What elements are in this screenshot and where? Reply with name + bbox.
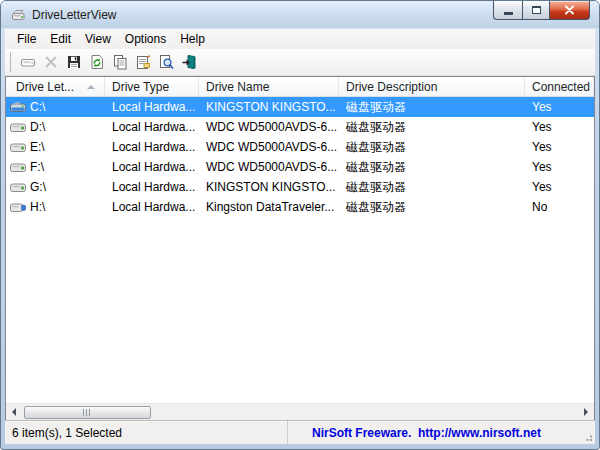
drive-description-cell: 磁盘驱动器 xyxy=(339,97,525,117)
app-window: DriveLetterView File Edit View Options H… xyxy=(0,0,600,450)
status-bar: 6 item(s), 1 Selected NirSoft Freeware. … xyxy=(5,420,595,444)
connected-cell: No xyxy=(525,197,594,217)
scroll-right-button[interactable] xyxy=(578,404,594,420)
drive-description-cell: 磁盘驱动器 xyxy=(339,197,525,217)
table-row[interactable]: G:\ Local Hardwa... KINGSTON KINGSTO... … xyxy=(6,177,594,197)
change-drive-letter-button[interactable] xyxy=(16,51,39,73)
delete-button[interactable] xyxy=(39,51,62,73)
drive-letter-cell: F:\ xyxy=(30,160,44,174)
refresh-icon xyxy=(89,54,105,70)
column-header-drive-letter[interactable]: Drive Let... xyxy=(6,77,105,96)
scroll-left-button[interactable] xyxy=(6,404,22,420)
title-bar[interactable]: DriveLetterView xyxy=(1,1,599,28)
table-row[interactable]: F:\ Local Hardwa... WDC WD5000AVDS-6... … xyxy=(6,157,594,177)
column-header-drive-name[interactable]: Drive Name xyxy=(199,77,339,96)
drive-letter-cell: H:\ xyxy=(30,200,45,214)
drive-icon xyxy=(10,181,26,194)
sort-ascending-icon xyxy=(87,85,95,89)
drive-type-cell: Local Hardwa... xyxy=(105,117,199,137)
drive-icon xyxy=(10,161,26,174)
menu-view[interactable]: View xyxy=(78,30,118,48)
drive-type-cell: Local Hardwa... xyxy=(105,97,199,117)
table-row[interactable]: C:\ Local Hardwa... KINGSTON KINGSTO... … xyxy=(6,97,594,117)
table-row[interactable]: H:\ Local Hardwa... Kingston DataTravele… xyxy=(6,197,594,217)
scrollbar-grip-icon xyxy=(83,409,92,416)
drive-description-cell: 磁盘驱动器 xyxy=(339,117,525,137)
properties-icon xyxy=(135,54,151,70)
drive-letter-app-icon xyxy=(10,7,26,23)
status-right-pane: NirSoft Freeware. http://www.nirsoft.net xyxy=(288,421,595,444)
status-selection-count: 6 item(s), 1 Selected xyxy=(5,421,288,444)
horizontal-scrollbar[interactable] xyxy=(6,403,594,420)
table-row[interactable]: E:\ Local Hardwa... WDC WD5000AVDS-6... … xyxy=(6,137,594,157)
window-title: DriveLetterView xyxy=(32,8,116,22)
exit-button[interactable] xyxy=(177,51,200,73)
list-body: C:\ Local Hardwa... KINGSTON KINGSTO... … xyxy=(6,97,594,217)
drive-description-cell: 磁盘驱动器 xyxy=(339,137,525,157)
scrollbar-thumb[interactable] xyxy=(24,406,151,419)
maximize-icon xyxy=(532,6,541,14)
drive-type-cell: Local Hardwa... xyxy=(105,197,199,217)
drive-name-cell: KINGSTON KINGSTO... xyxy=(199,177,339,197)
exit-door-icon xyxy=(181,54,197,70)
table-row[interactable]: D:\ Local Hardwa... WDC WD5000AVDS-6... … xyxy=(6,117,594,137)
connected-cell: Yes xyxy=(525,97,594,117)
copy-icon xyxy=(112,54,128,70)
drive-name-cell: WDC WD5000AVDS-6... xyxy=(199,137,339,157)
close-icon xyxy=(564,5,575,15)
drive-letter-cell: D:\ xyxy=(30,120,45,134)
minimize-button[interactable] xyxy=(493,1,522,20)
resize-grip[interactable] xyxy=(583,432,593,442)
drive-icon xyxy=(10,101,26,114)
save-icon xyxy=(66,54,82,70)
list-header: Drive Let... Drive Type Drive Name Drive… xyxy=(6,77,594,97)
close-button[interactable] xyxy=(550,1,590,20)
menu-file[interactable]: File xyxy=(10,30,43,48)
menu-options[interactable]: Options xyxy=(118,30,173,48)
drive-description-cell: 磁盘驱动器 xyxy=(339,157,525,177)
connected-cell: Yes xyxy=(525,177,594,197)
drive-type-cell: Local Hardwa... xyxy=(105,137,199,157)
drive-name-cell: KINGSTON KINGSTO... xyxy=(199,97,339,117)
column-header-connected[interactable]: Connected xyxy=(525,77,594,96)
drive-letter-cell: G:\ xyxy=(30,180,46,194)
scroll-left-icon xyxy=(12,408,16,416)
connected-cell: Yes xyxy=(525,157,594,177)
menu-help[interactable]: Help xyxy=(173,30,212,48)
menu-bar: File Edit View Options Help xyxy=(5,29,595,49)
maximize-button[interactable] xyxy=(522,1,550,20)
toolbar-grip xyxy=(10,52,11,72)
connected-cell: Yes xyxy=(525,117,594,137)
drive-icon xyxy=(20,54,36,70)
minimize-icon xyxy=(504,12,513,15)
column-header-drive-description[interactable]: Drive Description xyxy=(339,77,525,96)
app-icon[interactable] xyxy=(10,7,26,23)
refresh-button[interactable] xyxy=(85,51,108,73)
drive-icon xyxy=(10,141,26,154)
find-button[interactable] xyxy=(154,51,177,73)
drive-name-cell: WDC WD5000AVDS-6... xyxy=(199,157,339,177)
column-header-drive-type[interactable]: Drive Type xyxy=(105,77,199,96)
scroll-right-icon xyxy=(584,408,588,416)
column-label: Drive Let... xyxy=(16,80,74,94)
drive-type-cell: Local Hardwa... xyxy=(105,157,199,177)
drive-letter-cell: E:\ xyxy=(30,140,45,154)
drive-description-cell: 磁盘驱动器 xyxy=(339,177,525,197)
window-controls xyxy=(493,1,590,20)
menu-edit[interactable]: Edit xyxy=(43,30,78,48)
nirsoft-link[interactable]: NirSoft Freeware. http://www.nirsoft.net xyxy=(312,426,541,440)
drive-letter-cell: C:\ xyxy=(30,100,45,114)
client-area: File Edit View Options Help xyxy=(5,29,595,444)
drive-icon xyxy=(10,201,26,214)
drive-list: Drive Let... Drive Type Drive Name Drive… xyxy=(5,76,595,420)
list-empty-area xyxy=(6,217,594,403)
copy-button[interactable] xyxy=(108,51,131,73)
drive-name-cell: WDC WD5000AVDS-6... xyxy=(199,117,339,137)
properties-button[interactable] xyxy=(131,51,154,73)
drive-icon xyxy=(10,121,26,134)
drive-name-cell: Kingston DataTraveler... xyxy=(199,197,339,217)
toolbar xyxy=(5,49,595,76)
delete-x-icon xyxy=(43,54,59,70)
save-button[interactable] xyxy=(62,51,85,73)
drive-type-cell: Local Hardwa... xyxy=(105,177,199,197)
